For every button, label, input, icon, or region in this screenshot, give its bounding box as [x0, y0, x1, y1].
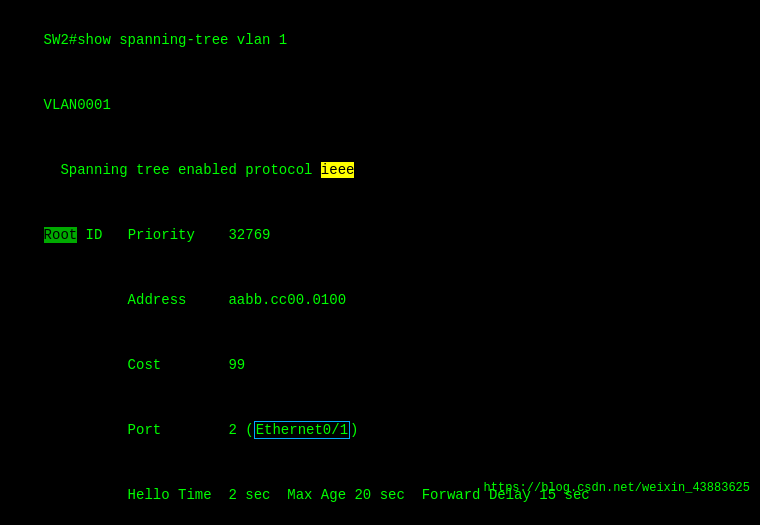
- root-cost-space: Cost: [44, 357, 229, 373]
- root-id-line: Root ID Priority 32769: [10, 203, 750, 268]
- root-port-close: ): [350, 422, 358, 438]
- spanning-tree-text: Spanning tree enabled protocol: [44, 162, 321, 178]
- root-port-interface: Ethernet0/1: [254, 421, 350, 439]
- watermark: https://blog.csdn.net/weixin_43883625: [484, 481, 750, 495]
- vlan-label: VLAN0001: [44, 97, 111, 113]
- root-port-line: Port 2 (Ethernet0/1): [10, 398, 750, 463]
- root-cost-value: 99: [228, 357, 245, 373]
- command-line: SW2#show spanning-tree vlan 1: [10, 8, 750, 73]
- root-address-line: Address aabb.cc00.0100: [10, 268, 750, 333]
- root-address-value: aabb.cc00.0100: [228, 292, 346, 308]
- protocol-highlight: ieee: [321, 162, 355, 178]
- root-id-space: ID Priority: [77, 227, 228, 243]
- root-port-space: Port 2 (: [44, 422, 254, 438]
- terminal: SW2#show spanning-tree vlan 1 VLAN0001 S…: [0, 0, 760, 525]
- root-address-space: Address: [44, 292, 229, 308]
- root-cost-line: Cost 99: [10, 333, 750, 398]
- vlan-line: VLAN0001: [10, 73, 750, 138]
- command-text: SW2#show spanning-tree vlan 1: [44, 32, 288, 48]
- root-label: Root: [44, 227, 78, 243]
- root-hello-space: Hello Time: [44, 487, 212, 503]
- root-priority-value: 32769: [228, 227, 270, 243]
- spanning-tree-line: Spanning tree enabled protocol ieee: [10, 138, 750, 203]
